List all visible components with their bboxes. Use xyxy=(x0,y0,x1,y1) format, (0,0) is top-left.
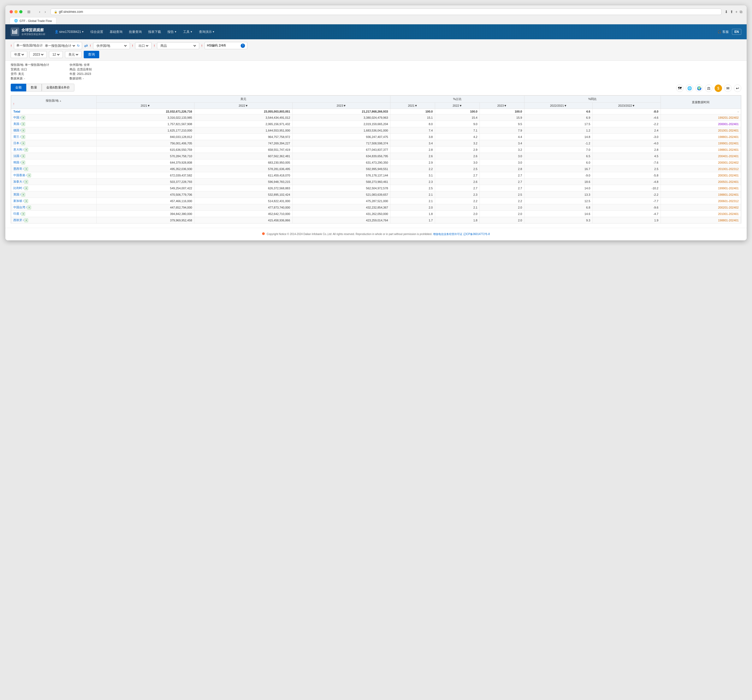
date-link[interactable]: - xyxy=(738,110,739,113)
th-c2223[interactable]: 2023/2022▼ xyxy=(593,102,661,109)
excel-icon[interactable]: X xyxy=(24,148,28,152)
th-2021[interactable]: 2021▼ xyxy=(96,102,194,109)
globe-icon[interactable]: 🌐 xyxy=(686,84,693,92)
country-link[interactable]: 美国 xyxy=(13,122,19,126)
language-button[interactable]: EN xyxy=(732,29,741,35)
country-link[interactable]: 中国台湾 xyxy=(13,206,25,209)
period-dropdown[interactable]: 年度 xyxy=(13,53,25,57)
date-link[interactable]: 200601-202312 xyxy=(718,199,739,203)
info-icon[interactable]: i xyxy=(20,135,20,138)
sidebar-icon[interactable]: ⧉ xyxy=(740,9,743,14)
email-icon[interactable]: ✉ xyxy=(724,84,732,92)
globe-map-icon[interactable]: 🗺 xyxy=(676,84,684,92)
month-select[interactable]: 12 xyxy=(49,51,63,58)
date-link[interactable]: 201001-202312 xyxy=(718,168,739,171)
date-link[interactable]: 200401-202401 xyxy=(718,155,739,158)
info-icon[interactable]: i xyxy=(23,187,23,189)
back-button[interactable]: ‹ xyxy=(37,9,42,14)
share-icon[interactable]: ⬆ xyxy=(730,9,733,14)
country-link[interactable]: 比利时 xyxy=(13,186,22,189)
nav-batch-query[interactable]: 批量查询 xyxy=(126,28,144,36)
query-button[interactable]: 查询 xyxy=(84,51,99,58)
refresh-icon[interactable]: ↻ xyxy=(77,44,80,48)
excel-icon[interactable]: X xyxy=(22,135,25,139)
info-icon[interactable]: i xyxy=(20,116,20,119)
excel-icon[interactable]: X xyxy=(22,212,25,216)
th-c2122[interactable]: 2022/2021▼ xyxy=(524,102,593,109)
flow-dropdown[interactable]: 出口 xyxy=(137,43,149,48)
fullscreen-button[interactable] xyxy=(19,10,22,13)
coin-icon[interactable]: $ xyxy=(715,84,722,92)
nav-demo[interactable]: 查询演示 ▼ xyxy=(196,28,218,36)
browser-tab[interactable]: 🌐 GTF - Global Trade Flow xyxy=(9,17,56,24)
th-2023[interactable]: 2023▼ xyxy=(292,102,390,109)
nav-tools[interactable]: 工具 ▼ xyxy=(180,28,195,36)
tab-amount[interactable]: 金额 xyxy=(11,84,26,92)
country-link[interactable]: 新加坡 xyxy=(13,199,22,202)
nav-report[interactable]: 报告 ▼ xyxy=(165,28,179,36)
excel-icon[interactable]: X xyxy=(24,186,28,190)
date-link[interactable]: 200001-202401 xyxy=(718,123,739,126)
date-link[interactable]: 200301-202401 xyxy=(718,174,739,177)
excel-icon[interactable]: X xyxy=(22,129,25,132)
service-button[interactable]: 🎧 客服 xyxy=(718,29,729,34)
date-link[interactable]: 201001-202401 xyxy=(718,129,739,132)
country-link[interactable]: 荷兰 xyxy=(13,135,19,138)
year-select[interactable]: 2023 xyxy=(30,51,47,58)
tab-quantity[interactable]: 数量 xyxy=(26,84,42,92)
back-icon[interactable]: ↩ xyxy=(734,84,741,92)
date-link[interactable]: 201001-202401 xyxy=(718,212,739,216)
country-link[interactable]: 中国 xyxy=(13,116,19,119)
icp-link[interactable]: 增值电信业务经营许可证 辽ICP备06014772号-8 xyxy=(433,233,490,236)
info-icon[interactable]: i xyxy=(23,180,23,183)
excel-icon[interactable]: X xyxy=(24,167,28,171)
date-link[interactable]: 198801-202401 xyxy=(718,135,739,138)
date-link[interactable]: 199901-202401 xyxy=(718,142,739,145)
th-p2022[interactable]: 2022▼ xyxy=(435,102,480,109)
info-icon[interactable]: i xyxy=(20,193,20,196)
info-icon[interactable]: i xyxy=(20,142,20,145)
tab-amount-quantity[interactable]: 金额&数量&单价 xyxy=(42,84,75,92)
country-link[interactable]: 英国 xyxy=(13,193,19,196)
period-select[interactable]: 年度 xyxy=(11,51,27,58)
country-link[interactable]: 德国 xyxy=(13,129,19,132)
swap-icon[interactable]: ⇄ xyxy=(84,43,88,48)
currency-select[interactable]: 美元 xyxy=(65,51,82,58)
new-tab-icon[interactable]: + xyxy=(735,9,738,14)
info-icon[interactable]: i xyxy=(26,174,26,177)
info-icon[interactable]: i xyxy=(20,123,20,126)
country-link[interactable]: 墨西哥 xyxy=(13,167,22,170)
date-link[interactable]: 198801-202401 xyxy=(718,219,739,222)
country-select[interactable]: 单一报告国/地合计 单一报告国/地合计 ↻ xyxy=(14,42,82,49)
sidebar-toggle-button[interactable]: ⊞ xyxy=(26,9,32,14)
excel-icon[interactable]: X xyxy=(27,206,31,210)
country-link[interactable]: 西班牙 xyxy=(13,219,22,222)
excel-icon[interactable]: X xyxy=(24,219,28,222)
info-icon[interactable]: i xyxy=(23,219,23,222)
country-link[interactable]: 中国香港 xyxy=(13,174,25,177)
date-link[interactable]: 199901-202401 xyxy=(718,187,739,190)
country-link[interactable]: 法国 xyxy=(13,154,19,157)
th-p2021[interactable]: 2021▼ xyxy=(390,102,435,109)
country-link[interactable]: 印度 xyxy=(13,212,19,215)
info-icon[interactable]: i xyxy=(20,155,20,157)
country-link[interactable]: 加拿大 xyxy=(13,180,22,183)
scale-icon[interactable]: ⚖ xyxy=(705,84,712,92)
year-dropdown[interactable]: 2023 xyxy=(32,53,44,57)
date-link[interactable]: 199201-202402 xyxy=(718,116,739,119)
product-dropdown[interactable]: 商品 xyxy=(159,43,197,48)
partner-select[interactable]: 伙伴国/地 xyxy=(93,42,130,49)
product-select[interactable]: 商品 xyxy=(157,42,199,49)
excel-icon[interactable]: X xyxy=(24,199,28,203)
excel-icon[interactable]: X xyxy=(27,174,31,177)
excel-icon[interactable]: X xyxy=(22,161,25,165)
country-link[interactable]: 韩国 xyxy=(13,161,19,164)
nav-report-download[interactable]: 报表下载 xyxy=(146,28,164,36)
excel-icon[interactable]: X xyxy=(24,180,28,184)
excel-icon[interactable]: X xyxy=(22,154,25,158)
country-dropdown[interactable]: 单一报告国/地合计 xyxy=(44,43,76,48)
info-icon[interactable]: i xyxy=(23,168,23,170)
nav-settings[interactable]: 综合设置 xyxy=(88,28,106,36)
currency-dropdown[interactable]: 美元 xyxy=(67,53,79,57)
info-icon[interactable]: i xyxy=(23,199,23,202)
